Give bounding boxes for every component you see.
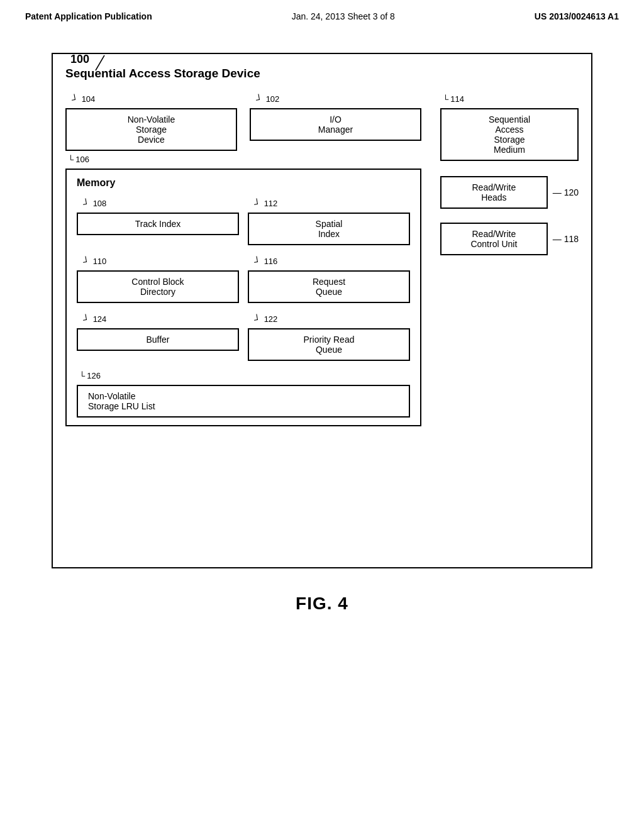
fig-caption: FIG. 4 — [52, 594, 592, 614]
rw-heads-row: Read/WriteHeads — 120 — [440, 176, 579, 209]
buffer-wrapper: └ 124 Buffer — [77, 328, 239, 361]
rw-heads-ref-right: — 120 — [553, 187, 579, 197]
spatial-index-wrapper: └ 112 SpatialIndex — [248, 213, 410, 245]
sasm-wrapper: └ 114 SequentialAccessStorageMedium — [440, 108, 579, 161]
spatial-index-box: SpatialIndex — [248, 213, 410, 245]
outer-box: Sequential Access Storage Device └ 104 N… — [52, 53, 592, 568]
memory-ref: └ 106 — [68, 155, 89, 164]
priority-queue-box: Priority ReadQueue — [248, 328, 410, 361]
control-block-wrapper: └ 110 Control BlockDirectory — [77, 270, 239, 303]
rw-heads-wrapper: Read/WriteHeads — [440, 176, 548, 209]
track-index-wrapper: └ 108 Track Index — [77, 213, 239, 245]
memory-wrapper: └ 106 Memory └ 108 — [65, 169, 421, 426]
header: Patent Application Publication Jan. 24, … — [0, 0, 644, 21]
nv-lru-ref: └ 126 — [79, 371, 101, 380]
rw-control-ref-right: — 118 — [553, 234, 579, 244]
header-right: US 2013/0024613 A1 — [535, 11, 619, 21]
buffer-label: Buffer — [146, 335, 169, 345]
sasm-ref: └ 114 — [443, 94, 464, 104]
spatial-index-ref: └ 112 — [254, 199, 277, 208]
right-section: └ 114 SequentialAccessStorageMedium Read… — [440, 91, 579, 269]
memory-box: Memory └ 108 Track Index — [65, 169, 421, 426]
track-index-box: Track Index — [77, 213, 239, 235]
rw-heads-box: Read/WriteHeads — [440, 176, 548, 209]
left-section: └ 104 Non-VolatileStorageDevice └ 102 — [65, 91, 421, 439]
nv-lru-wrapper: └ 126 Non-VolatileStorage LRU List — [77, 385, 410, 418]
nv-lru-box: Non-VolatileStorage LRU List — [77, 385, 410, 418]
request-queue-box: RequestQueue — [248, 270, 410, 303]
rw-control-label: Read/WriteControl Unit — [470, 229, 517, 249]
priority-queue-label: Priority ReadQueue — [304, 335, 355, 355]
diagram-area: 100 Sequential Access Storage Device └ 1… — [52, 53, 592, 614]
spatial-index-label: SpatialIndex — [316, 219, 343, 239]
sasm-label: SequentialAccessStorageMedium — [489, 114, 530, 155]
rw-control-wrapper: Read/WriteControl Unit — [440, 223, 548, 255]
memory-grid: └ 108 Track Index └ — [77, 196, 410, 361]
request-queue-label: RequestQueue — [313, 277, 345, 297]
non-volatile-label: Non-VolatileStorageDevice — [128, 114, 175, 145]
io-manager-box: I/OManager — [250, 108, 421, 141]
top-row: └ 104 Non-VolatileStorageDevice └ 102 — [65, 91, 421, 151]
rw-control-row: Read/WriteControl Unit — 118 — [440, 223, 579, 255]
nv-lru-label: Non-VolatileStorage LRU List — [88, 391, 155, 411]
control-block-box: Control BlockDirectory — [77, 270, 239, 303]
non-volatile-wrapper: └ 104 Non-VolatileStorageDevice — [65, 108, 237, 151]
request-queue-wrapper: └ 116 RequestQueue — [248, 270, 410, 303]
header-center: Jan. 24, 2013 Sheet 3 of 8 — [292, 11, 395, 21]
io-manager-label: I/OManager — [318, 114, 353, 135]
inner-layout: └ 104 Non-VolatileStorageDevice └ 102 — [65, 91, 579, 439]
outer-box-title: Sequential Access Storage Device — [65, 67, 579, 80]
rw-control-box: Read/WriteControl Unit — [440, 223, 548, 255]
buffer-ref: └ 124 — [83, 314, 106, 324]
request-queue-ref: └ 116 — [254, 257, 277, 266]
priority-queue-wrapper: └ 122 Priority ReadQueue — [248, 328, 410, 361]
io-manager-wrapper: └ 102 I/OManager — [250, 108, 421, 151]
track-index-label: Track Index — [135, 219, 181, 229]
track-index-ref: └ 108 — [83, 199, 106, 208]
non-volatile-ref: └ 104 — [72, 94, 95, 104]
io-ref: └ 102 — [256, 94, 279, 104]
sasm-box: SequentialAccessStorageMedium — [440, 108, 579, 161]
control-block-label: Control BlockDirectory — [131, 277, 184, 297]
control-block-ref: └ 110 — [83, 257, 106, 266]
priority-queue-ref: └ 122 — [254, 314, 277, 324]
rw-heads-label: Read/WriteHeads — [472, 182, 516, 202]
memory-label: Memory — [77, 177, 410, 189]
header-left: Patent Application Publication — [25, 11, 152, 21]
buffer-box: Buffer — [77, 328, 239, 351]
non-volatile-box: Non-VolatileStorageDevice — [65, 108, 237, 151]
